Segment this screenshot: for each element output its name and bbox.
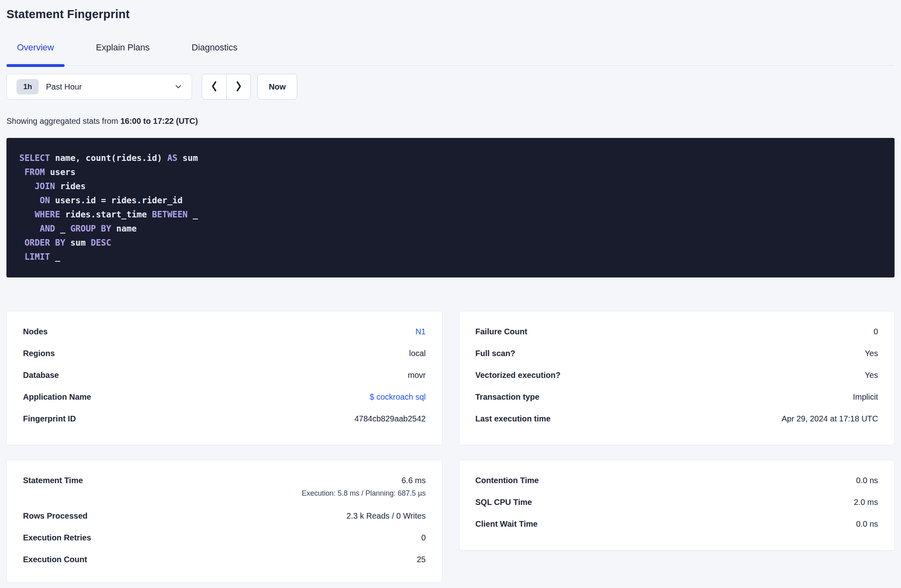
stat-value-group: 0 <box>421 533 425 542</box>
stat-value-group: local <box>409 348 425 358</box>
stat-row: Transaction typeImplicit <box>476 392 878 414</box>
statement-fingerprint-page: Statement Fingerprint Overview Explain P… <box>0 7 901 583</box>
stat-value: movr <box>408 371 425 379</box>
stat-value: 0 <box>421 533 425 542</box>
sql-keyword: JOIN <box>35 181 55 191</box>
stat-label: Contention Time <box>476 475 539 485</box>
tab-explain-plans[interactable]: Explain Plans <box>86 42 160 65</box>
stat-row: Databasemovr <box>23 370 426 392</box>
time-range-dropdown[interactable]: 1h Past Hour <box>6 74 192 100</box>
stat-value: 2.0 ms <box>854 498 878 507</box>
sql-text <box>19 181 35 191</box>
sql-text <box>19 224 40 234</box>
aggregated-stats-caption: Showing aggregated stats from 16:00 to 1… <box>6 117 895 126</box>
sql-text <box>50 238 55 248</box>
sql-keyword: BY <box>55 238 65 248</box>
sql-line: ON users.id = rides.rider_id <box>19 194 882 208</box>
sql-keyword: WHERE <box>35 210 60 219</box>
chevron-right-icon <box>236 80 242 94</box>
stat-row: Statement Time6.6 msExecution: 5.8 ms / … <box>23 475 426 511</box>
stat-value-group: $ cockroach sql <box>370 392 426 402</box>
stat-value: 4784cb829aab2542 <box>355 414 426 423</box>
stat-value: Implicit <box>853 392 878 401</box>
stat-value-group: 0.0 ns <box>856 519 878 529</box>
stat-value: 2.3 k Reads / 0 Writes <box>346 511 425 520</box>
stat-value: 0.0 ns <box>856 476 878 485</box>
sql-line: LIMIT _ <box>19 250 882 264</box>
stat-label: SQL CPU Time <box>476 497 532 507</box>
now-button[interactable]: Now <box>257 74 297 100</box>
stat-label: Execution Count <box>23 555 87 564</box>
sql-text <box>96 224 101 234</box>
statement-times-card: Statement Time6.6 msExecution: 5.8 ms / … <box>6 460 442 583</box>
stat-row: NodesN1 <box>23 327 426 348</box>
stat-value: 6.6 ms <box>401 476 425 485</box>
stat-row: Execution Retries0 <box>23 533 426 555</box>
sql-keyword: FROM <box>25 167 45 177</box>
stat-label: Fingerprint ID <box>23 414 76 423</box>
sql-text <box>19 238 25 248</box>
sql-statement-box: SELECT name, count(rides.id) AS sum FROM… <box>6 138 895 277</box>
stat-label: Last execution time <box>476 414 551 423</box>
stat-label: Full scan? <box>476 348 515 358</box>
sql-keyword: ORDER <box>25 238 50 248</box>
stat-value-group: Implicit <box>853 392 878 402</box>
sql-text <box>19 252 25 262</box>
stat-value-group: 0 <box>874 327 878 336</box>
previous-range-button[interactable] <box>202 74 226 99</box>
stat-value: Yes <box>865 371 878 379</box>
stat-label: Database <box>23 370 59 380</box>
stat-value-group: Yes <box>865 370 878 380</box>
sql-keyword: SELECT <box>19 153 50 163</box>
sql-keyword: AND <box>40 224 55 234</box>
sql-line: WHERE rides.start_time BETWEEN _ <box>19 208 882 222</box>
page-title: Statement Fingerprint <box>6 7 895 21</box>
stat-row: Failure Count0 <box>476 327 878 348</box>
stat-row: Contention Time0.0 ns <box>476 475 878 497</box>
stat-value-group: 6.6 msExecution: 5.8 ms / Planning: 687.… <box>302 475 426 498</box>
stat-value-group: 2.0 ms <box>854 497 878 507</box>
tab-overview[interactable]: Overview <box>6 42 65 65</box>
sql-keyword: AS <box>167 153 177 163</box>
stat-row: Fingerprint ID4784cb829aab2542 <box>23 414 426 436</box>
stat-value-group: 4784cb829aab2542 <box>355 414 426 423</box>
stat-label: Execution Retries <box>23 533 91 542</box>
next-range-button[interactable] <box>226 74 250 99</box>
stat-row: Vectorized execution?Yes <box>476 370 878 392</box>
caption-time-range: 16:00 to 17:22 (UTC) <box>120 117 198 125</box>
stat-value: Apr 29, 2024 at 17:18 UTC <box>782 414 878 423</box>
stat-value: 25 <box>417 555 425 564</box>
application-name-link[interactable]: $ cockroach sql <box>370 392 426 401</box>
chevron-down-icon <box>174 82 183 91</box>
sql-text: sum <box>177 153 198 163</box>
stat-row: SQL CPU Time2.0 ms <box>476 497 878 519</box>
sql-text: _ <box>188 210 198 219</box>
stat-value-group: Apr 29, 2024 at 17:18 UTC <box>782 414 878 423</box>
sql-text: _ <box>55 224 71 234</box>
nodes-link[interactable]: N1 <box>415 327 426 336</box>
stat-row: Client Wait Time0.0 ns <box>476 519 878 541</box>
sql-keyword: LIMIT <box>25 252 50 262</box>
stat-label: Transaction type <box>476 392 540 402</box>
sql-text: users.id = rides.rider_id <box>50 196 183 205</box>
stat-value: 0 <box>874 327 878 336</box>
stat-value-group: 25 <box>417 555 425 564</box>
sql-keyword: DESC <box>91 238 111 248</box>
stat-row: Regionslocal <box>23 348 426 370</box>
execution-attributes-card: Failure Count0Full scan?YesVectorized ex… <box>459 311 895 445</box>
stat-value-group: Yes <box>865 348 878 358</box>
sql-text: _ <box>50 252 60 262</box>
stat-label: Client Wait Time <box>476 519 538 529</box>
stat-value: 0.0 ns <box>856 519 878 528</box>
stat-row: Application Name$ cockroach sql <box>23 392 426 414</box>
sql-line: ORDER BY sum DESC <box>19 236 882 250</box>
stat-label: Rows Processed <box>23 511 88 521</box>
stat-row: Full scan?Yes <box>476 348 878 370</box>
stat-row: Last execution timeApr 29, 2024 at 17:18… <box>476 414 878 436</box>
sql-text <box>19 196 40 205</box>
sql-text <box>19 210 35 219</box>
wait-times-card: Contention Time0.0 nsSQL CPU Time2.0 msC… <box>459 460 895 550</box>
tab-diagnostics[interactable]: Diagnostics <box>181 42 248 65</box>
stat-value: local <box>409 349 425 358</box>
sql-text: rides.start_time <box>60 210 152 219</box>
